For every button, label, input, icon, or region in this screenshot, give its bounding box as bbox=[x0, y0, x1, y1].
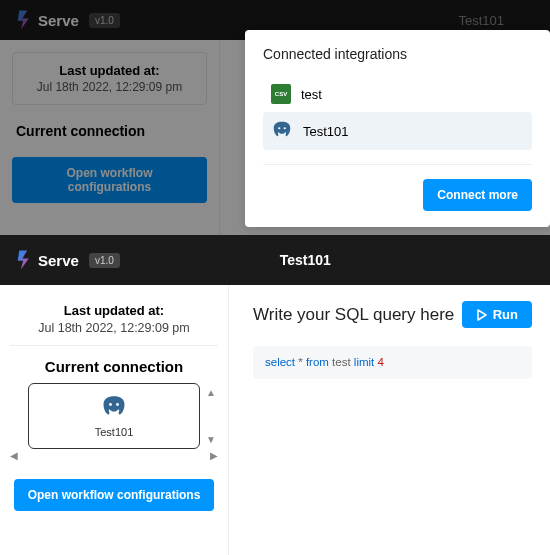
version-badge: v1.0 bbox=[89, 253, 120, 268]
current-connection-block: Current connection ▲ Test101 ▼ ◀ ▶ bbox=[10, 358, 218, 449]
svg-point-1 bbox=[284, 127, 286, 129]
query-title: Write your SQL query here bbox=[253, 305, 454, 325]
integration-label: Test101 bbox=[303, 124, 349, 139]
last-updated-value: Jul 18th 2022, 12:29:09 pm bbox=[10, 321, 218, 335]
last-updated-label: Last updated at: bbox=[23, 63, 196, 78]
connection-card[interactable]: Test101 bbox=[28, 383, 200, 449]
open-workflow-button[interactable]: Open workflow configurations bbox=[14, 479, 215, 511]
brand-name: Serve bbox=[38, 12, 79, 29]
last-updated-block: Last updated at: Jul 18th 2022, 12:29:09… bbox=[10, 297, 218, 346]
postgres-icon bbox=[100, 394, 128, 422]
popover-title: Connected integrations bbox=[263, 46, 532, 62]
current-connection-label: Current connection bbox=[12, 115, 207, 147]
logo-icon bbox=[16, 9, 32, 31]
bottom-sidebar: Last updated at: Jul 18th 2022, 12:29:09… bbox=[0, 285, 228, 555]
scroll-left-icon[interactable]: ◀ bbox=[10, 450, 18, 461]
svg-point-2 bbox=[109, 403, 112, 406]
top-sidebar: Last updated at: Jul 18th 2022, 12:29:09… bbox=[0, 40, 220, 235]
run-button[interactable]: Run bbox=[462, 301, 532, 328]
brand-name: Serve bbox=[38, 252, 79, 269]
bottom-page-title: Test101 bbox=[280, 252, 331, 268]
main-panel: Write your SQL query here Run select * f… bbox=[228, 285, 550, 555]
integration-label: test bbox=[301, 87, 322, 102]
svg-point-0 bbox=[278, 127, 280, 129]
scroll-up-icon[interactable]: ▲ bbox=[206, 387, 216, 398]
sql-editor[interactable]: select * from test limit 4 bbox=[253, 346, 532, 379]
svg-point-3 bbox=[116, 403, 119, 406]
csv-icon: CSV bbox=[271, 84, 291, 104]
bottom-header: Serve v1.0 Test101 bbox=[0, 235, 550, 285]
top-page-title: Test101 bbox=[458, 13, 504, 28]
last-updated-label: Last updated at: bbox=[10, 303, 218, 318]
postgres-icon bbox=[271, 120, 293, 142]
logo-icon bbox=[16, 249, 32, 271]
open-workflow-button[interactable]: Open workflow configurations bbox=[12, 157, 207, 203]
version-badge: v1.0 bbox=[89, 13, 120, 28]
integration-item-postgres[interactable]: Test101 bbox=[263, 112, 532, 150]
scroll-down-icon[interactable]: ▼ bbox=[206, 434, 216, 445]
last-updated-card: Last updated at: Jul 18th 2022, 12:29:09… bbox=[12, 52, 207, 105]
play-icon bbox=[476, 309, 488, 321]
integrations-popover: Connected integrations CSV test Test101 … bbox=[245, 30, 550, 227]
current-connection-label: Current connection bbox=[10, 358, 218, 375]
last-updated-value: Jul 18th 2022, 12:29:09 pm bbox=[23, 80, 196, 94]
run-label: Run bbox=[493, 307, 518, 322]
connect-more-button[interactable]: Connect more bbox=[423, 179, 532, 211]
connection-name: Test101 bbox=[95, 426, 134, 438]
scroll-right-icon[interactable]: ▶ bbox=[210, 450, 218, 461]
integration-item-csv[interactable]: CSV test bbox=[263, 76, 532, 112]
